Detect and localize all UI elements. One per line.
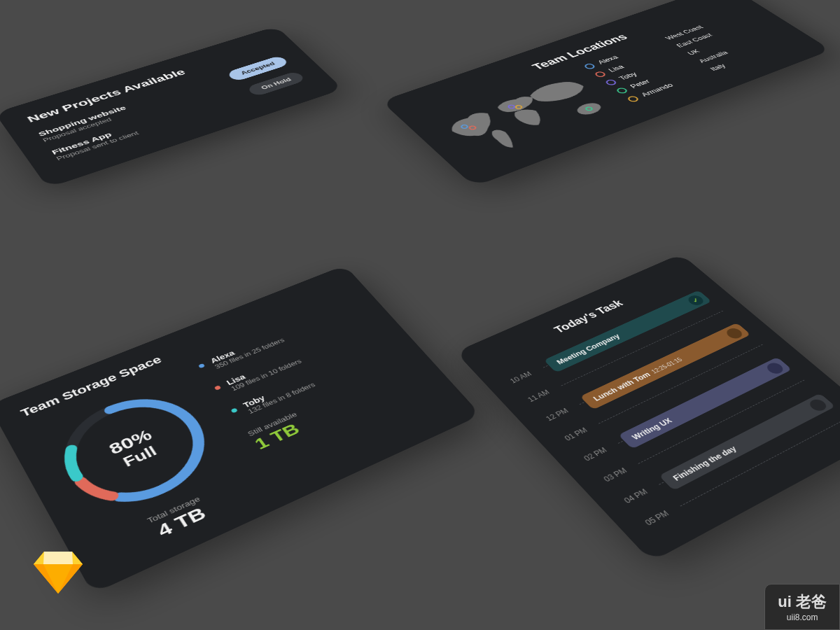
event-title: Finishing the day bbox=[671, 444, 738, 483]
available-value: 1 TB bbox=[251, 368, 424, 453]
person-name: Toby bbox=[617, 71, 639, 81]
event-dot-icon bbox=[724, 326, 745, 340]
person-dot-icon bbox=[582, 62, 596, 69]
storage-percent: 80% bbox=[106, 426, 155, 458]
hour-label: 12 PM bbox=[544, 401, 582, 422]
watermark: ui 老爸 uii8.com bbox=[764, 584, 840, 630]
timeline-divider bbox=[659, 398, 827, 485]
task-event[interactable]: Finishing the day bbox=[659, 393, 835, 491]
person-dot-icon bbox=[615, 87, 629, 94]
svg-point-0 bbox=[573, 101, 605, 117]
person-name: Lisa bbox=[606, 64, 626, 74]
storage-card: Team Storage Space 80% Full bbox=[0, 265, 481, 594]
event-dot-icon bbox=[806, 397, 829, 412]
person-dot-icon bbox=[593, 71, 607, 78]
hour-label: 11 AM bbox=[526, 383, 564, 404]
hour-label: 04 PM bbox=[622, 481, 662, 505]
event-dot-icon bbox=[764, 360, 785, 375]
timeline-divider bbox=[638, 379, 804, 463]
watermark-brand: ui 老爸 bbox=[778, 592, 827, 612]
hour-label: 03 PM bbox=[602, 460, 641, 483]
world-map-icon bbox=[430, 69, 627, 167]
person-dot-icon bbox=[604, 78, 618, 86]
total-storage-value: 4 TB bbox=[99, 480, 262, 566]
event-title: Writing UX bbox=[630, 416, 674, 442]
project-row: Shopping website Proposal accepted Accep… bbox=[36, 55, 290, 144]
timeline-divider bbox=[680, 417, 840, 506]
member-dot-icon bbox=[230, 407, 238, 413]
projects-title: New Projects Available bbox=[25, 41, 274, 125]
hour-label: 02 PM bbox=[582, 440, 622, 463]
person-dot-icon bbox=[626, 95, 640, 103]
projects-card: New Projects Available Shopping website … bbox=[0, 26, 343, 188]
check-icon: ✓ bbox=[685, 293, 706, 307]
person-name: Peter bbox=[628, 78, 652, 90]
sketch-logo-icon bbox=[34, 549, 83, 596]
member-dot-icon bbox=[214, 385, 222, 391]
storage-full-label: Full bbox=[120, 443, 160, 470]
locations-card: Team Locations bbox=[381, 0, 831, 187]
hour-label: 01 PM bbox=[563, 421, 601, 442]
tasks-card: Today's Task 10 AM Meeting Company ✓ 11 … bbox=[455, 253, 840, 561]
person-name: Alexa bbox=[596, 54, 620, 65]
svg-marker-16 bbox=[43, 552, 73, 564]
hour-label: 05 PM bbox=[643, 503, 684, 527]
watermark-url: uii8.com bbox=[778, 612, 827, 622]
member-dot-icon bbox=[198, 363, 205, 368]
